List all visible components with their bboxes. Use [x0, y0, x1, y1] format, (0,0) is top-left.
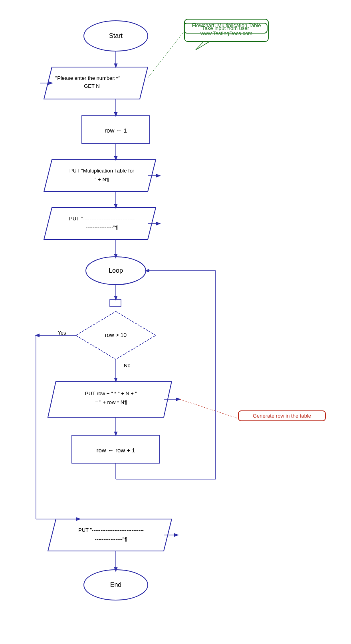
svg-line-7 [148, 32, 184, 78]
svg-point-22 [86, 257, 146, 285]
svg-marker-26 [76, 311, 156, 359]
svg-marker-3 [44, 67, 148, 99]
svg-marker-17 [44, 208, 156, 240]
svg-point-51 [84, 570, 148, 600]
svg-marker-46 [48, 519, 172, 551]
svg-text:PUT "-------------------------: PUT "------------------------------ [69, 216, 135, 222]
svg-rect-9 [82, 116, 150, 144]
svg-text:PUT "Multiplication Table for: PUT "Multiplication Table for [69, 168, 135, 174]
svg-text:" + N¶: " + N¶ [95, 176, 109, 182]
svg-text:= " + row * N¶: = " + row * N¶ [95, 399, 127, 405]
svg-point-0 [84, 21, 148, 51]
svg-text:PUT "-------------------------: PUT "------------------------------ [78, 527, 144, 533]
svg-line-38 [180, 399, 238, 418]
svg-text:PUT row + " * " + N + ": PUT row + " * " + N + " [85, 390, 137, 396]
svg-marker-34 [48, 381, 172, 417]
svg-marker-12 [44, 160, 156, 192]
svg-text:GET N: GET N [84, 83, 100, 89]
svg-text:----------------"¶: ----------------"¶ [86, 224, 118, 230]
callout-take-input: Take input from user [184, 23, 268, 34]
svg-text:row ← 1: row ← 1 [105, 127, 127, 134]
svg-rect-25 [110, 299, 121, 307]
svg-text:row ← row + 1: row ← row + 1 [96, 447, 135, 454]
svg-text:Yes: Yes [58, 330, 66, 336]
svg-text:Start: Start [109, 32, 123, 39]
svg-text:row > 10: row > 10 [105, 332, 127, 338]
svg-text:End: End [110, 581, 121, 588]
svg-rect-40 [72, 435, 160, 463]
svg-text:Loop: Loop [109, 267, 123, 274]
svg-text:----------------"¶: ----------------"¶ [95, 536, 127, 542]
svg-text:No: No [124, 363, 131, 369]
svg-text:"Please enter the number:=": "Please enter the number:=" [56, 75, 121, 81]
callout-generate-row: Generate row in the table [238, 410, 326, 421]
